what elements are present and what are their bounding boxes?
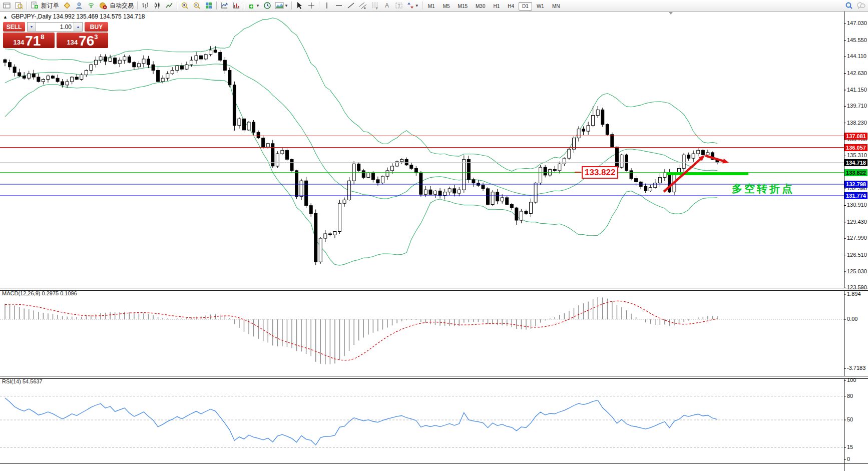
auto-trading-icon[interactable] (97, 1, 109, 11)
toolbar-separator (27, 2, 27, 10)
timeframe-M30[interactable]: M30 (472, 2, 489, 11)
toolbar-separator (244, 2, 244, 10)
new-order-icon[interactable] (29, 1, 41, 11)
arrows-tool-icon[interactable]: ▼ (405, 1, 420, 11)
toolbar-separator (177, 2, 177, 10)
timeframe-M15[interactable]: M15 (455, 2, 471, 11)
sell-price-display[interactable]: 134 71 8 (3, 33, 55, 48)
chat-icon[interactable] (855, 1, 867, 11)
tile-windows-icon[interactable] (203, 1, 215, 11)
one-click-trading-panel: SELL ▼ ▲ BUY 134 71 8 134 76 3 (3, 22, 108, 48)
macd-pane (0, 297, 844, 364)
cursor-icon[interactable] (293, 1, 305, 11)
sell-button[interactable]: SELL (3, 22, 25, 32)
timeframe-group: M1M5M15M30H1H4D1W1MN (424, 1, 564, 10)
bar-chart-icon[interactable] (139, 1, 151, 11)
ohlc-values: 134.992 135.469 134.575 134.718 (53, 13, 145, 20)
buy-price-display[interactable]: 134 76 3 (57, 33, 108, 48)
timeframe-M5[interactable]: M5 (440, 2, 454, 11)
history-center-icon[interactable] (61, 1, 73, 11)
line-chart-icon[interactable] (163, 1, 175, 11)
date-axis-border (0, 463, 868, 464)
turning-point-note[interactable]: 多空转折点 (732, 182, 794, 196)
chart-shift-marker[interactable] (669, 12, 673, 15)
volume-input[interactable] (36, 23, 74, 31)
svg-text:A: A (385, 2, 389, 9)
new-indicator-window-icon[interactable] (218, 1, 230, 11)
chart-title: ▲ GBPJPY-,Daily 134.992 135.469 134.575 … (3, 13, 145, 20)
buy-price-point: 3 (94, 33, 98, 41)
volume-widget: ▼ ▲ (27, 22, 83, 32)
toolbar-separator (291, 2, 292, 10)
toolbar: 新订单 自动交易 ▼ ▼ E F A T ▼ M1M5M15M30H1H4D1 (0, 0, 868, 12)
toolbar-separator (216, 2, 217, 10)
toolbar-separator (137, 2, 138, 10)
timeframe-H4[interactable]: H4 (504, 2, 518, 11)
svg-text:E: E (364, 7, 366, 10)
timeframe-W1[interactable]: W1 (533, 2, 548, 11)
sell-price-pips: 71 (25, 35, 41, 47)
timeframe-H1[interactable]: H1 (490, 2, 503, 11)
price-flag-label[interactable]: 133.822 (582, 166, 618, 179)
preview-icon[interactable] (13, 1, 25, 11)
toolbar-separator (319, 2, 319, 10)
text-icon[interactable]: A (381, 1, 393, 11)
toolbar-separator (422, 2, 422, 10)
timeframe-D1[interactable]: D1 (519, 2, 532, 11)
add-indicator-button[interactable]: ▼ (246, 1, 261, 11)
horizontal-line-icon[interactable] (333, 1, 345, 11)
symbol-period-label: GBPJPY-,Daily (11, 13, 51, 20)
pane-separator-rsi[interactable] (0, 376, 868, 379)
chart-canvas[interactable] (0, 0, 868, 471)
market-watch-icon[interactable] (73, 1, 85, 11)
new-order-button[interactable]: 新订单 (41, 2, 59, 10)
volume-increase-button[interactable]: ▲ (74, 23, 82, 31)
mt4-terminal: 新订单 自动交易 ▼ ▼ E F A T ▼ M1M5M15M30H1H4D1 (0, 0, 868, 471)
fibonacci-icon[interactable]: F (369, 1, 381, 11)
rsi-pane (0, 396, 844, 448)
chevron-down-icon: ▼ (256, 4, 260, 8)
signal-icon[interactable] (85, 1, 97, 11)
vertical-line-icon[interactable] (321, 1, 333, 11)
zoom-in-icon[interactable] (179, 1, 191, 11)
candles (4, 46, 719, 265)
indicator-list-icon[interactable] (230, 1, 242, 11)
equidistant-channel-icon[interactable]: E (357, 1, 369, 11)
buy-price-pips: 76 (79, 35, 94, 47)
text-label-icon[interactable]: T (393, 1, 405, 11)
pane-separator-macd[interactable] (0, 288, 868, 291)
price-flag-dash (575, 172, 581, 173)
crosshair-icon[interactable] (305, 1, 317, 11)
volume-decrease-button[interactable]: ▼ (28, 23, 36, 31)
timeframe-M1[interactable]: M1 (424, 2, 439, 11)
auto-trading-button[interactable]: 自动交易 (110, 2, 134, 10)
trendline-icon[interactable] (345, 1, 357, 11)
sell-price-figure: 134 (13, 39, 24, 46)
trend-arrow[interactable] (722, 159, 729, 164)
search-icon[interactable] (843, 1, 855, 11)
price-axis-frame (844, 12, 846, 471)
candlestick-chart-icon[interactable] (151, 1, 163, 11)
sell-price-point: 8 (41, 33, 44, 41)
svg-text:F: F (376, 7, 378, 10)
chevron-down-icon: ▼ (284, 4, 288, 8)
buy-price-figure: 134 (67, 39, 78, 46)
template-icon[interactable]: ▼ (273, 1, 290, 11)
period-clock-icon[interactable] (261, 1, 273, 11)
terminal-icon[interactable] (1, 1, 13, 11)
buy-button[interactable]: BUY (85, 22, 108, 32)
zoom-out-icon[interactable] (191, 1, 203, 11)
svg-text:T: T (397, 4, 400, 9)
timeframe-MN[interactable]: MN (549, 2, 564, 11)
collapse-triangle-icon[interactable]: ▲ (3, 15, 8, 20)
chevron-down-icon: ▼ (415, 4, 419, 8)
support-bar[interactable] (667, 172, 748, 175)
